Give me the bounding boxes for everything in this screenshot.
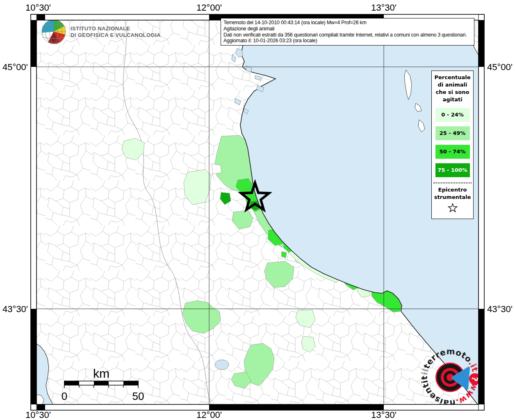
lon-label-bottom-right: 13°30' bbox=[371, 410, 397, 420]
legend-class-0-24: 0 - 24% bbox=[435, 108, 470, 122]
lat-label-left-upper: 45°00' bbox=[2, 62, 28, 72]
institute-name-line2: DI GEOFISICA E VULCANOLOGIA bbox=[71, 32, 161, 38]
legend-class-75-100: 75 - 100% bbox=[435, 163, 470, 177]
lon-label-bottom-center: 12°00' bbox=[196, 410, 222, 420]
info-line-event: Terremoto del 14-10-2010 00:43:14 (ora l… bbox=[223, 20, 472, 26]
legend-epicenter-symbol bbox=[433, 203, 472, 215]
institute-name-line1: ISTITUTO NAZIONALE bbox=[71, 25, 130, 32]
lon-label-top-left: 10°30' bbox=[25, 2, 51, 13]
info-line-subject: Agitazione degli animali bbox=[223, 26, 472, 32]
scale-bar-unit: km bbox=[93, 367, 109, 380]
legend: Percentuale di animali che si sono agita… bbox=[431, 71, 474, 219]
legend-divider bbox=[433, 183, 472, 183]
legend-class-25-49: 25 - 49% bbox=[435, 126, 470, 140]
earthquake-info-box: Terremoto del 14-10-2010 00:43:14 (ora l… bbox=[221, 18, 474, 46]
legend-title: Percentuale di animali che si sono agita… bbox=[433, 74, 472, 103]
scale-bar-min: 0 bbox=[62, 390, 67, 402]
legend-epicenter-title: Epicentro strumentale bbox=[433, 186, 472, 201]
star-icon bbox=[447, 203, 458, 214]
lat-label-left-lower: 43°30' bbox=[2, 304, 28, 314]
lon-label-top-center: 12°00' bbox=[196, 2, 222, 13]
info-line-source: Dati non verificati estratti da 356 ques… bbox=[223, 32, 472, 38]
lon-label-top-right: 13°30' bbox=[371, 2, 397, 13]
municipality-enclave bbox=[212, 164, 221, 174]
scale-bar-max: 50 bbox=[132, 390, 144, 402]
info-line-updated: Aggiornato il: 10-01-2026 03:23 (ora loc… bbox=[223, 38, 472, 44]
ingv-animal-agitation-map: km 0 50 bbox=[0, 0, 515, 420]
lat-label-right-upper: 45°00' bbox=[487, 62, 513, 72]
legend-class-50-74: 50 - 74% bbox=[435, 145, 470, 159]
lon-label-bottom-left: 10°30' bbox=[25, 410, 51, 420]
lake bbox=[215, 360, 229, 370]
lat-label-right-lower: 43°30' bbox=[487, 304, 513, 314]
